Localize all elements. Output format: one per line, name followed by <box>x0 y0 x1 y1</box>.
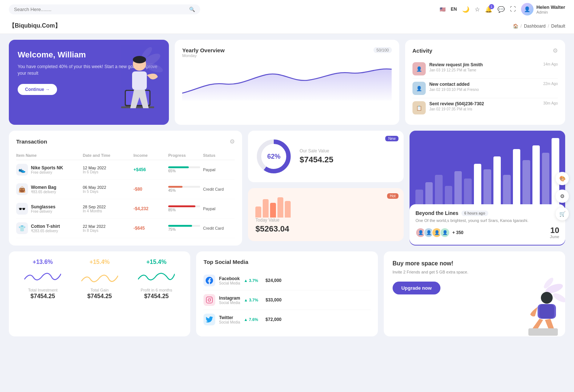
today-info: Today Value $5263.04 <box>255 218 396 234</box>
social-item-facebook: Facebook Social Media ▲ 3.7% $24,000 <box>203 271 370 290</box>
expand-icon[interactable]: ⛶ <box>510 6 516 13</box>
row3: +13.6% Total Investment $7454.25 +15.4% … <box>9 251 565 336</box>
today-card: Hot Today Value $5263.04 <box>248 188 404 241</box>
instagram-info: Instagram Social Media <box>219 296 240 305</box>
item-icon-1: 👜 <box>16 183 28 195</box>
col-status: Status <box>203 153 235 158</box>
table-row: 👜 Women Bag ₹83.65 delivery 06 May 2022 … <box>16 180 235 199</box>
activity-item-0: 👤 Review request jim Smith Jan 03 19 12:… <box>412 59 558 79</box>
activity-card: Activity ⚙ 👤 Review request jim Smith Ja… <box>405 40 565 125</box>
b-bar-10 <box>513 149 520 204</box>
continue-button[interactable]: Continue → <box>18 84 57 95</box>
stat-percent-1: +15.4% <box>73 259 126 265</box>
transaction-title: Transaction <box>16 138 47 145</box>
stat-2: +15.4% Profit in 6 months $7454.25 <box>130 259 183 300</box>
sale-value: $7454.25 <box>300 155 396 165</box>
upgrade-button[interactable]: Upgrade now <box>393 282 440 294</box>
search-bar[interactable]: 🔍 <box>9 4 200 14</box>
notification-badge: 1 <box>489 4 494 9</box>
bar-2 <box>270 203 276 218</box>
item-name-0: Nike Sports NK <box>31 165 63 170</box>
right-side-icons: 🎨 ⚙ 🛒 <box>556 172 569 220</box>
sale-card: New 62% Our Sale Value $7454.25 <box>248 131 404 182</box>
item-sub-0: Free delivery <box>31 170 63 174</box>
brand-name: 【Biqubiqu.Com】 <box>9 22 61 30</box>
svg-point-12 <box>208 299 211 301</box>
twitter-change: ▲ 7.6% <box>244 317 258 322</box>
instagram-icon <box>203 294 215 306</box>
date-3: 22 Mar 2022 <box>83 224 131 229</box>
income-1: -$80 <box>134 187 166 192</box>
lang-label[interactable]: EN <box>451 7 457 12</box>
stat-value-1: $7454.25 <box>73 293 126 300</box>
right-icon-palette[interactable]: 🎨 <box>556 172 569 185</box>
row2: Transaction ⚙ Item Name Date and Time In… <box>9 131 565 246</box>
facebook-amount: $24,000 <box>266 278 281 283</box>
item-sub-3: ₹283.65 delivery <box>31 229 60 233</box>
b-bar-3 <box>445 186 452 204</box>
item-info-3: 👕 Cotton T-shirt ₹283.65 delivery <box>16 222 80 234</box>
search-input[interactable] <box>14 7 186 12</box>
pct-2: 85% <box>168 208 200 212</box>
status-0: Paypal <box>203 167 235 172</box>
activity-sub-0: Jan 03 19 12:25 PM at Tame <box>429 68 540 72</box>
beyond-bars <box>410 131 565 204</box>
avatar: 👤 <box>521 3 534 15</box>
beyond-avatars: 👤 👤 👤 👤 + 350 <box>415 227 463 238</box>
activity-avatar-2: 📋 <box>412 101 426 114</box>
facebook-change: ▲ 3.7% <box>244 278 258 283</box>
stat-label-2: Profit in 6 months <box>130 288 183 292</box>
beyond-date-num: 10 <box>550 226 559 234</box>
stat-percent-2: +15.4% <box>130 259 183 265</box>
facebook-name: Facebook <box>219 276 240 281</box>
activity-sub-2: Jan 02 19 07:35 PM at Iris <box>429 107 540 111</box>
income-2: -$4,232 <box>134 206 166 211</box>
svg-rect-11 <box>206 297 213 303</box>
table-row: 👕 Cotton T-shirt ₹283.65 delivery 22 Mar… <box>16 219 235 238</box>
status-3: Credit Card <box>203 226 235 230</box>
transaction-settings-button[interactable]: ⚙ <box>230 138 235 145</box>
col-item: Item Name <box>16 153 80 158</box>
facebook-info: Facebook Social Media <box>219 276 240 285</box>
svg-point-13 <box>211 298 212 299</box>
twitter-sub: Social Media <box>219 320 240 324</box>
social-item-twitter: Twitter Social Media ▲ 7.6% $72,000 <box>203 310 370 329</box>
activity-content-2: Sent review (504)236-7302 Jan 02 19 07:3… <box>429 101 540 111</box>
datesub-3: In 8 Days <box>83 229 131 233</box>
b-bar-6 <box>474 164 481 204</box>
b-bar-4 <box>454 171 462 204</box>
instagram-sub: Social Media <box>219 301 240 305</box>
col-income: Income <box>134 153 166 158</box>
star-icon[interactable]: ☆ <box>475 6 480 13</box>
b-bar-8 <box>493 156 501 204</box>
twitter-icon <box>203 314 215 325</box>
status-2: Paypal <box>203 206 235 211</box>
right-icon-cart[interactable]: 🛒 <box>556 207 569 220</box>
b-bar-1 <box>425 182 433 204</box>
chat-icon[interactable]: 💬 <box>497 6 505 13</box>
activity-item-2: 📋 Sent review (504)236-7302 Jan 02 19 07… <box>412 98 558 117</box>
svg-rect-5 <box>132 71 147 90</box>
stat-0: +13.6% Total Investment $7454.25 <box>16 259 69 300</box>
brand-bar: 【Biqubiqu.Com】 🏠 / Dashboard / Default <box>0 18 574 34</box>
pct-1: 45% <box>168 188 200 193</box>
header: 🔍 🇺🇸 EN 🌙 ☆ 🔔 1 💬 ⛶ 👤 Helen Walter Admin <box>0 0 574 18</box>
svg-rect-19 <box>538 304 556 319</box>
date-1: 06 May 2022 <box>83 185 131 190</box>
beyond-time: 6 hours ago <box>461 211 488 216</box>
activity-time-1: 22m Ago <box>543 82 558 86</box>
activity-settings-button[interactable]: ⚙ <box>553 47 558 54</box>
right-icon-settings[interactable]: ⚙ <box>556 190 569 203</box>
bell-icon[interactable]: 🔔 1 <box>485 6 492 13</box>
activity-header: Activity ⚙ <box>412 47 558 54</box>
datesub-1: In 5 Days <box>83 190 131 194</box>
stats-card: +13.6% Total Investment $7454.25 +15.4% … <box>9 251 190 336</box>
hot-badge: Hot <box>387 193 399 199</box>
avatars-group: 👤 👤 👤 👤 <box>415 227 450 238</box>
moon-icon[interactable]: 🌙 <box>462 6 470 13</box>
today-bar-chart <box>255 195 291 218</box>
datesub-0: In 6 Days <box>83 170 131 174</box>
col-date: Date and Time <box>83 153 131 158</box>
activity-time-2: 30m Ago <box>543 101 558 105</box>
stat-label-1: Total Gain <box>73 288 126 292</box>
